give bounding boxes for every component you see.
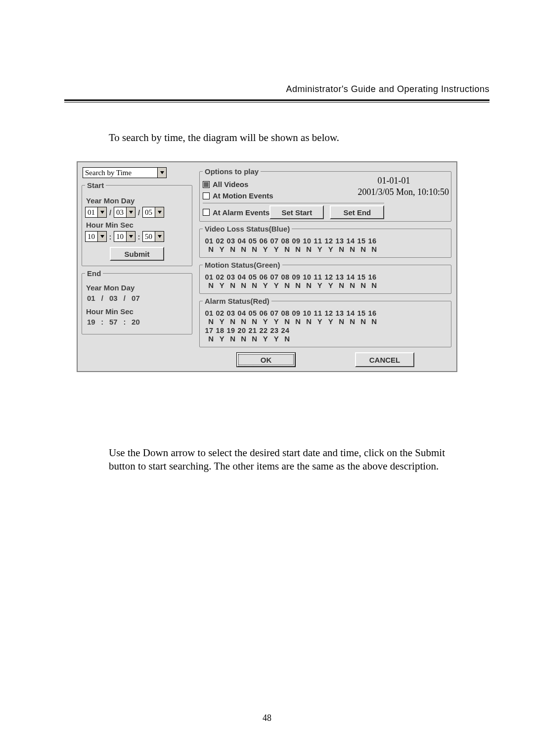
alarm-nums1: 01020304050607080910111213141516 <box>204 309 448 317</box>
end-day: 07 <box>132 294 140 302</box>
all-videos-row[interactable]: All Videos <box>203 180 384 189</box>
alarm-status-legend: Alarm Status(Red) <box>203 297 271 305</box>
sep: : <box>107 233 114 241</box>
vl-flags: NYNNNYYNNNYYNNNN <box>206 245 448 253</box>
start-hms-label: Hour Min Sec <box>86 221 189 229</box>
start-day-combo[interactable]: 05 <box>142 207 164 218</box>
sep: / <box>97 294 107 302</box>
current-datetime: 01-01-01 2001/3/05 Mon, 10:10:50 <box>357 176 449 197</box>
alarm-flags2: NYNNNYYN <box>206 334 448 343</box>
end-time-row: 19 : 57 : 20 <box>87 318 189 326</box>
sep: : <box>97 318 107 326</box>
cancel-button[interactable]: CANCEL <box>355 352 414 367</box>
checkbox-checked-icon[interactable] <box>203 181 210 188</box>
mode-combo[interactable]: Search by Time <box>83 167 167 178</box>
chevron-down-icon[interactable] <box>155 232 164 241</box>
page-header: Administrator's Guide and Operating Inst… <box>64 84 490 94</box>
end-sec: 20 <box>132 318 140 326</box>
mode-combo-value: Search by Time <box>83 168 157 178</box>
start-mon-value: 03 <box>114 207 126 217</box>
start-legend: Start <box>85 181 106 189</box>
header-rule <box>64 99 490 102</box>
date-short: 01-01-01 <box>377 176 449 186</box>
end-hms-label: Hour Min Sec <box>86 307 189 316</box>
start-sec-value: 50 <box>143 232 155 241</box>
start-hour-value: 10 <box>86 232 97 241</box>
sep: / <box>120 294 130 302</box>
end-group: End Year Mon Day 01 / 03 / 07 Hour Min S… <box>82 269 192 334</box>
motion-status-legend: Motion Status(Green) <box>203 261 282 269</box>
motion-status-group: Motion Status(Green) 0102030405060708091… <box>199 261 451 294</box>
sep: : <box>120 318 130 326</box>
end-year: 01 <box>87 294 95 302</box>
video-loss-legend: Video Loss Status(Blue) <box>203 225 292 233</box>
chevron-down-icon[interactable] <box>126 232 135 241</box>
start-year-combo[interactable]: 01 <box>85 207 107 218</box>
start-hour-combo[interactable]: 10 <box>85 231 107 242</box>
start-mon-combo[interactable]: 03 <box>114 207 135 218</box>
motion-nums: 01020304050607080910111213141516 <box>204 273 448 281</box>
all-videos-label: All Videos <box>213 180 248 189</box>
sep: : <box>135 233 142 241</box>
chevron-down-icon[interactable] <box>97 207 106 217</box>
alarm-status-group: Alarm Status(Red) 0102030405060708091011… <box>199 297 451 347</box>
start-year-value: 01 <box>86 207 97 217</box>
alarm-flags1: NYNNNYYNNNYYNNNN <box>206 317 448 326</box>
sep: / <box>107 208 114 217</box>
start-min-value: 10 <box>114 232 126 241</box>
alarm-events-label: At Alarm Events <box>213 208 269 217</box>
search-dialog: Search by Time Start Year Mon Day 01 / <box>77 161 457 372</box>
checkbox-icon[interactable] <box>203 209 210 216</box>
start-group: Start Year Mon Day 01 / 03 / <box>82 181 192 266</box>
paragraph: Use the Down arrow to select the desired… <box>109 446 450 473</box>
start-ymd-label: Year Mon Day <box>86 196 189 205</box>
end-date-row: 01 / 03 / 07 <box>87 294 189 302</box>
end-hour: 19 <box>87 318 95 326</box>
checkbox-icon[interactable] <box>203 192 210 199</box>
motion-events-row[interactable]: At Motion Events <box>203 191 384 200</box>
options-group: Options to play All Videos At Motion Eve… <box>199 167 451 222</box>
start-sec-combo[interactable]: 50 <box>142 231 164 242</box>
date-long: 2001/3/05 Mon, 10:10:50 <box>357 187 449 197</box>
ok-button[interactable]: OK <box>236 352 296 367</box>
end-min: 57 <box>109 318 118 326</box>
start-day-value: 05 <box>143 207 155 217</box>
end-legend: End <box>85 269 103 278</box>
alarm-nums2: 1718192021222324 <box>204 327 448 334</box>
options-legend: Options to play <box>203 167 261 176</box>
intro-text: To search by time, the diagram will be s… <box>109 132 339 144</box>
chevron-down-icon[interactable] <box>155 207 164 217</box>
video-loss-group: Video Loss Status(Blue) 0102030405060708… <box>199 225 451 258</box>
page-number: 48 <box>0 713 534 723</box>
end-mon: 03 <box>109 294 118 302</box>
motion-events-label: At Motion Events <box>213 191 273 200</box>
vl-nums: 01020304050607080910111213141516 <box>204 237 448 245</box>
set-start-button[interactable]: Set Start <box>269 205 324 219</box>
set-end-button[interactable]: Set End <box>330 205 384 219</box>
chevron-down-icon[interactable] <box>157 168 166 178</box>
submit-button[interactable]: Submit <box>110 247 164 261</box>
motion-flags: NYNNNYYNNNYYNNNN <box>206 281 448 289</box>
alarm-events-row[interactable]: At Alarm Events <box>203 208 269 217</box>
start-min-combo[interactable]: 10 <box>114 231 135 242</box>
chevron-down-icon[interactable] <box>97 232 106 241</box>
sep: / <box>135 208 142 217</box>
chevron-down-icon[interactable] <box>126 207 135 217</box>
end-ymd-label: Year Mon Day <box>86 284 189 292</box>
